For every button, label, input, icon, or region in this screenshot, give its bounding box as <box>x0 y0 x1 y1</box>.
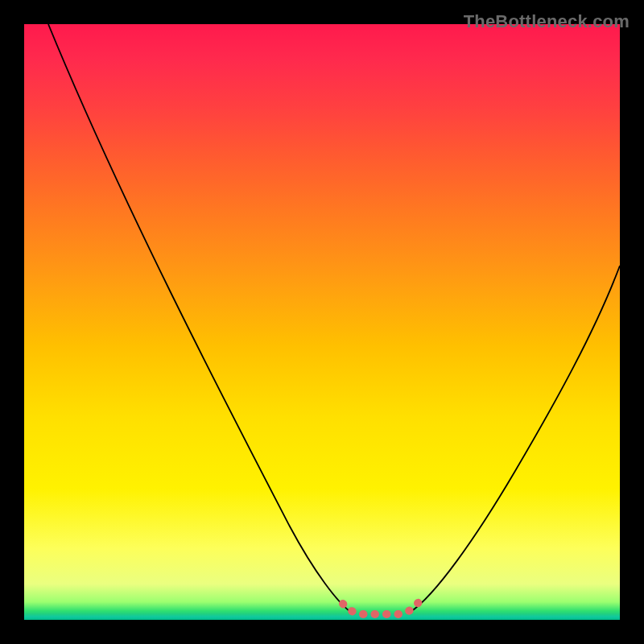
curve-left-branch <box>48 24 353 613</box>
plot-area <box>24 24 620 620</box>
chart-frame: TheBottleneck.com <box>0 0 644 644</box>
bottleneck-curve <box>24 24 620 620</box>
optimal-flat-marker <box>343 602 419 614</box>
watermark-text: TheBottleneck.com <box>464 11 630 32</box>
curve-right-branch <box>411 266 620 612</box>
